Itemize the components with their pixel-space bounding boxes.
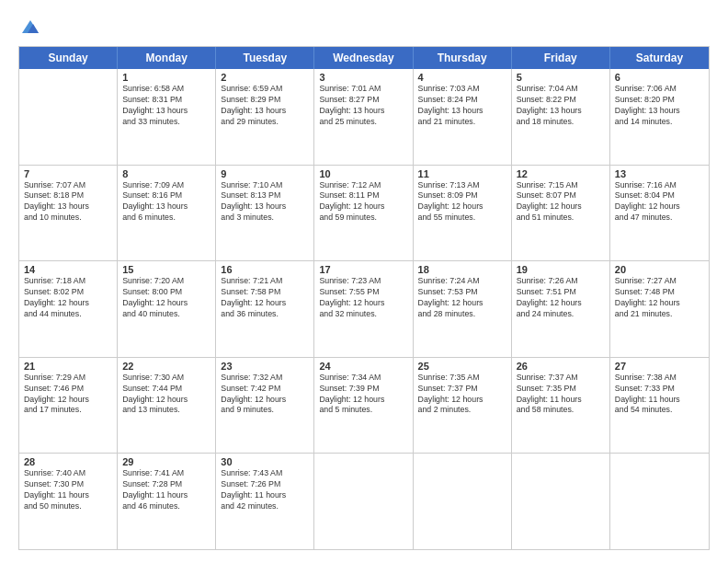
day-number: 19	[517, 264, 605, 275]
day-info: Sunrise: 7:27 AM Sunset: 7:48 PM Dayligh…	[615, 276, 704, 320]
day-number: 20	[615, 264, 704, 275]
cal-day-26: 26Sunrise: 7:37 AM Sunset: 7:35 PM Dayli…	[512, 358, 610, 454]
day-info: Sunrise: 7:21 AM Sunset: 7:58 PM Dayligh…	[221, 276, 309, 320]
day-number: 4	[418, 72, 506, 83]
cal-day-20: 20Sunrise: 7:27 AM Sunset: 7:48 PM Dayli…	[610, 261, 709, 357]
calendar: SundayMondayTuesdayWednesdayThursdayFrid…	[18, 46, 710, 550]
day-info: Sunrise: 7:40 AM Sunset: 7:30 PM Dayligh…	[24, 468, 112, 512]
cal-week-3: 21Sunrise: 7:29 AM Sunset: 7:46 PM Dayli…	[19, 358, 709, 454]
cal-day-3: 3Sunrise: 7:01 AM Sunset: 8:27 PM Daylig…	[314, 69, 413, 165]
cal-day-21: 21Sunrise: 7:29 AM Sunset: 7:46 PM Dayli…	[19, 358, 118, 454]
header-day-friday: Friday	[512, 47, 610, 69]
day-number: 13	[615, 168, 704, 179]
cal-empty	[512, 454, 610, 549]
day-number: 26	[517, 361, 605, 372]
header-day-monday: Monday	[118, 47, 216, 69]
cal-week-0: 1Sunrise: 6:58 AM Sunset: 8:31 PM Daylig…	[19, 69, 709, 166]
cal-day-22: 22Sunrise: 7:30 AM Sunset: 7:44 PM Dayli…	[118, 358, 216, 454]
day-number: 21	[24, 361, 112, 372]
day-number: 24	[319, 361, 407, 372]
page: SundayMondayTuesdayWednesdayThursdayFrid…	[0, 0, 728, 563]
header-day-saturday: Saturday	[610, 47, 709, 69]
day-info: Sunrise: 7:35 AM Sunset: 7:37 PM Dayligh…	[418, 373, 506, 417]
day-number: 17	[319, 264, 407, 275]
day-info: Sunrise: 7:24 AM Sunset: 7:53 PM Dayligh…	[418, 276, 506, 320]
day-info: Sunrise: 7:10 AM Sunset: 8:13 PM Dayligh…	[221, 180, 309, 224]
cal-week-1: 7Sunrise: 7:07 AM Sunset: 8:18 PM Daylig…	[19, 166, 709, 262]
cal-day-4: 4Sunrise: 7:03 AM Sunset: 8:24 PM Daylig…	[414, 69, 512, 165]
cal-week-2: 14Sunrise: 7:18 AM Sunset: 8:02 PM Dayli…	[19, 261, 709, 358]
day-number: 9	[221, 168, 309, 179]
cal-empty	[19, 69, 118, 165]
day-number: 15	[122, 264, 210, 275]
day-number: 18	[418, 264, 506, 275]
cal-day-17: 17Sunrise: 7:23 AM Sunset: 7:55 PM Dayli…	[314, 261, 413, 357]
cal-day-9: 9Sunrise: 7:10 AM Sunset: 8:13 PM Daylig…	[216, 166, 314, 261]
day-number: 2	[221, 72, 309, 83]
cal-empty	[610, 454, 709, 549]
day-info: Sunrise: 7:09 AM Sunset: 8:16 PM Dayligh…	[122, 180, 210, 224]
day-number: 10	[319, 168, 407, 179]
day-number: 12	[517, 168, 605, 179]
cal-day-28: 28Sunrise: 7:40 AM Sunset: 7:30 PM Dayli…	[19, 454, 118, 549]
cal-empty	[414, 454, 512, 549]
cal-day-13: 13Sunrise: 7:16 AM Sunset: 8:04 PM Dayli…	[610, 166, 709, 261]
cal-day-15: 15Sunrise: 7:20 AM Sunset: 8:00 PM Dayli…	[118, 261, 216, 357]
day-number: 29	[122, 456, 210, 467]
day-info: Sunrise: 7:23 AM Sunset: 7:55 PM Dayligh…	[319, 276, 407, 320]
day-info: Sunrise: 7:43 AM Sunset: 7:26 PM Dayligh…	[221, 468, 309, 512]
day-number: 1	[122, 72, 210, 83]
day-info: Sunrise: 7:37 AM Sunset: 7:35 PM Dayligh…	[517, 373, 605, 417]
day-number: 27	[615, 361, 704, 372]
cal-day-18: 18Sunrise: 7:24 AM Sunset: 7:53 PM Dayli…	[414, 261, 512, 357]
logo	[18, 17, 40, 37]
day-info: Sunrise: 7:26 AM Sunset: 7:51 PM Dayligh…	[517, 276, 605, 320]
day-info: Sunrise: 7:32 AM Sunset: 7:42 PM Dayligh…	[221, 373, 309, 417]
day-number: 7	[24, 168, 112, 179]
cal-day-2: 2Sunrise: 6:59 AM Sunset: 8:29 PM Daylig…	[216, 69, 314, 165]
day-number: 14	[24, 264, 112, 275]
day-number: 28	[24, 456, 112, 467]
day-info: Sunrise: 7:12 AM Sunset: 8:11 PM Dayligh…	[319, 180, 407, 224]
day-info: Sunrise: 7:18 AM Sunset: 8:02 PM Dayligh…	[24, 276, 112, 320]
day-info: Sunrise: 6:59 AM Sunset: 8:29 PM Dayligh…	[221, 84, 309, 128]
day-number: 25	[418, 361, 506, 372]
cal-day-25: 25Sunrise: 7:35 AM Sunset: 7:37 PM Dayli…	[414, 358, 512, 454]
day-info: Sunrise: 7:06 AM Sunset: 8:20 PM Dayligh…	[615, 84, 704, 128]
day-info: Sunrise: 7:29 AM Sunset: 7:46 PM Dayligh…	[24, 373, 112, 417]
day-info: Sunrise: 7:13 AM Sunset: 8:09 PM Dayligh…	[418, 180, 506, 224]
day-info: Sunrise: 7:16 AM Sunset: 8:04 PM Dayligh…	[615, 180, 704, 224]
day-info: Sunrise: 7:03 AM Sunset: 8:24 PM Dayligh…	[418, 84, 506, 128]
day-info: Sunrise: 6:58 AM Sunset: 8:31 PM Dayligh…	[122, 84, 210, 128]
cal-week-4: 28Sunrise: 7:40 AM Sunset: 7:30 PM Dayli…	[19, 454, 709, 549]
header-day-thursday: Thursday	[414, 47, 512, 69]
day-info: Sunrise: 7:20 AM Sunset: 8:00 PM Dayligh…	[122, 276, 210, 320]
day-info: Sunrise: 7:04 AM Sunset: 8:22 PM Dayligh…	[517, 84, 605, 128]
day-number: 30	[221, 456, 309, 467]
calendar-header: SundayMondayTuesdayWednesdayThursdayFrid…	[19, 47, 709, 69]
day-number: 22	[122, 361, 210, 372]
day-number: 11	[418, 168, 506, 179]
day-info: Sunrise: 7:34 AM Sunset: 7:39 PM Dayligh…	[319, 373, 407, 417]
day-number: 5	[517, 72, 605, 83]
day-info: Sunrise: 7:38 AM Sunset: 7:33 PM Dayligh…	[615, 373, 704, 417]
cal-empty	[314, 454, 413, 549]
day-info: Sunrise: 7:01 AM Sunset: 8:27 PM Dayligh…	[319, 84, 407, 128]
day-info: Sunrise: 7:15 AM Sunset: 8:07 PM Dayligh…	[517, 180, 605, 224]
cal-day-27: 27Sunrise: 7:38 AM Sunset: 7:33 PM Dayli…	[610, 358, 709, 454]
cal-day-7: 7Sunrise: 7:07 AM Sunset: 8:18 PM Daylig…	[19, 166, 118, 261]
header-day-wednesday: Wednesday	[314, 47, 413, 69]
cal-day-1: 1Sunrise: 6:58 AM Sunset: 8:31 PM Daylig…	[118, 69, 216, 165]
day-number: 3	[319, 72, 407, 83]
cal-day-12: 12Sunrise: 7:15 AM Sunset: 8:07 PM Dayli…	[512, 166, 610, 261]
cal-day-19: 19Sunrise: 7:26 AM Sunset: 7:51 PM Dayli…	[512, 261, 610, 357]
cal-day-16: 16Sunrise: 7:21 AM Sunset: 7:58 PM Dayli…	[216, 261, 314, 357]
cal-day-6: 6Sunrise: 7:06 AM Sunset: 8:20 PM Daylig…	[610, 69, 709, 165]
day-number: 6	[615, 72, 704, 83]
cal-day-14: 14Sunrise: 7:18 AM Sunset: 8:02 PM Dayli…	[19, 261, 118, 357]
day-number: 8	[122, 168, 210, 179]
cal-day-11: 11Sunrise: 7:13 AM Sunset: 8:09 PM Dayli…	[414, 166, 512, 261]
header	[18, 17, 710, 37]
cal-day-23: 23Sunrise: 7:32 AM Sunset: 7:42 PM Dayli…	[216, 358, 314, 454]
day-info: Sunrise: 7:07 AM Sunset: 8:18 PM Dayligh…	[24, 180, 112, 224]
